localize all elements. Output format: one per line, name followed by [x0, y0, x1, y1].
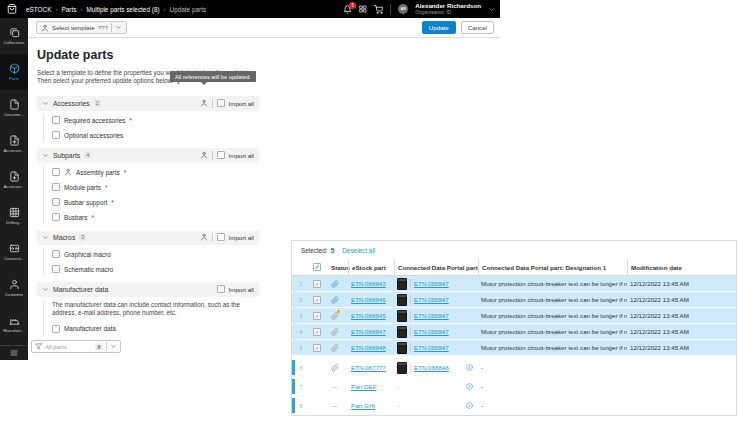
portal-part-cell: ETN.088848 — [394, 360, 478, 375]
info-icon[interactable] — [466, 364, 473, 371]
burger-icon — [10, 349, 18, 357]
option-checkbox[interactable] — [52, 325, 60, 333]
option-row: Assembly parts* — [52, 166, 259, 179]
estock-part-link[interactable]: ETN.087777 — [351, 364, 386, 371]
portal-part-link[interactable]: ETN.088848 — [414, 364, 449, 371]
option-row: Optional accessories — [52, 129, 259, 142]
modification-date-cell: 12/12/2022 13:45 AM — [627, 276, 736, 291]
option-checkbox[interactable] — [52, 213, 60, 221]
option-checkbox[interactable] — [52, 198, 60, 206]
parts-filter-dropdown[interactable]: All parts 8 — [31, 340, 121, 353]
portal-part-link[interactable]: ETN.088847 — [414, 328, 449, 335]
import-all-checkbox[interactable] — [217, 233, 225, 241]
sidebar-item-drilling[interactable]: Drilling... — [0, 198, 28, 234]
user-org: Organisation ID — [415, 10, 481, 16]
row-checkbox[interactable]: ✓ — [313, 312, 321, 320]
sidebar-item-accessor[interactable]: Accessor... — [0, 162, 28, 198]
sidebar-item-customer[interactable]: Customer — [0, 270, 28, 306]
info-icon[interactable] — [466, 383, 473, 390]
section-header[interactable]: Subparts4Import all — [37, 148, 259, 163]
product-thumbnail — [397, 294, 407, 306]
estock-part-link[interactable]: Part GHI — [351, 402, 375, 409]
estock-part-link[interactable]: ETN.088848 — [351, 344, 386, 351]
section-header[interactable]: Accessories2Import all — [37, 96, 259, 111]
table-row[interactable]: 8—Part GHI-- — [292, 398, 736, 413]
filter-count-badge: 8 — [95, 343, 103, 351]
breadcrumb-item[interactable]: Parts — [61, 6, 76, 13]
portal-part-link[interactable]: ETN.088847 — [414, 296, 449, 303]
option-checkbox[interactable] — [52, 168, 60, 176]
info-icon[interactable] — [466, 402, 473, 409]
selected-label: Selected: — [301, 247, 328, 254]
template-person-icon — [41, 24, 49, 32]
apps-grid-icon[interactable] — [359, 5, 367, 13]
row-checkbox[interactable]: ✓ — [313, 344, 321, 352]
breadcrumb-item[interactable]: Multiple parts selected (8) — [86, 6, 159, 13]
select-template-dropdown[interactable]: Select template ??? — [36, 21, 127, 34]
import-references-icon[interactable] — [200, 99, 208, 107]
deselect-all-link[interactable]: Deselect all — [342, 247, 375, 254]
sidebar-item-collections[interactable]: Collections — [0, 18, 28, 54]
sidebar-item-label: Connecti... — [4, 256, 25, 261]
table-row[interactable]: 4✓ETN.088847ETN.088847Motor protection c… — [292, 324, 736, 339]
breadcrumb-item[interactable]: eSTOCK — [26, 6, 51, 13]
cancel-button[interactable]: Cancel — [461, 21, 494, 34]
option-checkbox[interactable] — [52, 131, 60, 139]
import-all-checkbox[interactable] — [217, 285, 225, 293]
option-checkbox[interactable] — [52, 116, 60, 124]
portal-part-link[interactable]: ETN.088847 — [414, 280, 449, 287]
estock-part-link[interactable]: ETN.088845 — [351, 312, 386, 319]
option-checkbox[interactable] — [52, 183, 60, 191]
section-header[interactable]: Macros2Import all — [37, 230, 259, 245]
designation-cell: Motor protection circuit-breaker text ca… — [478, 276, 627, 291]
estock-part-link[interactable]: Part DEF — [351, 383, 376, 390]
table-row[interactable]: 5✓ETN.088848ETN.088847Motor protection c… — [292, 340, 736, 355]
sidebar-item-connecti[interactable]: Connecti... — [0, 234, 28, 270]
sidebar-item-accessor[interactable]: Accessor... — [0, 126, 28, 162]
portal-part-link[interactable]: ETN.088847 — [414, 344, 449, 351]
cart-icon[interactable] — [374, 5, 383, 14]
sidebar-item-label: Accessor... — [3, 184, 24, 189]
warning-dot — [337, 310, 340, 313]
portal-part-link[interactable]: ETN.088847 — [414, 312, 449, 319]
import-references-icon[interactable] — [200, 233, 208, 241]
sidebar-menu-button[interactable] — [0, 345, 28, 360]
option-row: Required accessories* — [52, 114, 259, 127]
import-all-checkbox[interactable] — [217, 99, 225, 107]
estock-part-link[interactable]: ETN.088846 — [351, 296, 386, 303]
import-references-icon[interactable] — [200, 151, 208, 159]
estock-part-link[interactable]: ETN.088847 — [351, 328, 386, 335]
sidebar-item-parts[interactable]: Parts — [0, 54, 28, 90]
select-all-checkbox[interactable]: ✓ — [313, 263, 321, 271]
table-row[interactable]: 7—Part DEF-- — [292, 379, 736, 394]
app-canvas: eSTOCK›Parts›Multiple parts selected (8)… — [0, 0, 738, 427]
chevron-down-icon — [42, 234, 49, 241]
section-header[interactable]: Manufacturer dataImport all — [37, 282, 259, 297]
sidebar-item-manufact[interactable]: Manufact... — [0, 306, 28, 342]
column-header-portal-part: Connected Data Portal part — [394, 259, 478, 275]
table-row[interactable]: 3✓ETN.088845ETN.088847Motor protection c… — [292, 308, 736, 323]
section-label: Subparts — [53, 152, 80, 159]
section-macros: Macros2Import allGraphical macroSchemati… — [37, 230, 259, 276]
bell-icon[interactable]: 5 — [343, 5, 352, 14]
chevron-down-icon[interactable] — [488, 6, 495, 13]
option-checkbox[interactable] — [52, 265, 60, 273]
option-checkbox[interactable] — [52, 250, 60, 258]
table-row[interactable]: 2✓ETN.088846ETN.088847Motor protection c… — [292, 292, 736, 307]
row-checkbox[interactable]: ✓ — [313, 328, 321, 336]
avatar[interactable]: AR — [398, 4, 408, 14]
update-button[interactable]: Update — [422, 21, 456, 34]
no-link-dash: — — [331, 383, 336, 390]
row-checkbox[interactable]: ✓ — [313, 296, 321, 304]
table-row[interactable]: 1✓ETN.088843ETN.088847Motor protection c… — [292, 276, 736, 291]
row-checkbox[interactable]: ✓ — [313, 280, 321, 288]
table-row[interactable]: 6ETN.087777ETN.088848- — [292, 360, 736, 375]
estock-part-link[interactable]: ETN.088843 — [351, 280, 386, 287]
modification-date-cell — [627, 360, 736, 375]
chevron-down-icon — [115, 24, 122, 31]
sidebar-item-docume[interactable]: Docume... — [0, 90, 28, 126]
user-menu[interactable]: Alexander Richardson Organisation ID — [415, 2, 481, 15]
divider — [410, 311, 411, 321]
import-all-checkbox[interactable] — [217, 151, 225, 159]
section-label: Accessories — [53, 100, 90, 107]
